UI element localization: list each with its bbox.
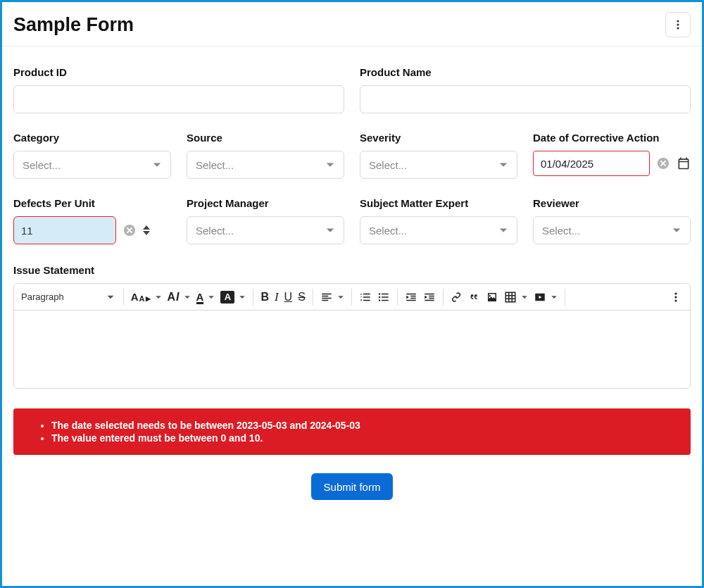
font-family-icon: AA▶: [131, 291, 151, 303]
bold-icon: B: [260, 291, 269, 304]
toolbar-separator: [253, 289, 253, 306]
step-down-button[interactable]: [143, 231, 150, 235]
font-family-button[interactable]: AA▶: [128, 287, 165, 308]
chevron-down-icon: [325, 160, 335, 170]
form-grid: Product ID Product Name Category Select.…: [2, 66, 702, 244]
step-up-button[interactable]: [143, 225, 150, 230]
product-id-field: Product ID: [13, 66, 344, 113]
italic-button[interactable]: I: [272, 287, 282, 308]
chevron-down-icon: [498, 225, 508, 235]
highlight-button[interactable]: A: [218, 287, 249, 308]
link-button[interactable]: [448, 287, 465, 308]
align-left-icon: [320, 291, 333, 304]
defects-input[interactable]: 11: [13, 216, 116, 244]
chevron-down-icon: [337, 294, 344, 301]
date-corrective-field: Date of Corrective Action 01/04/2025: [533, 132, 691, 179]
chevron-down-icon: [152, 160, 162, 170]
video-icon: [534, 291, 546, 304]
chevron-down-icon: [208, 294, 215, 301]
severity-label: Severity: [360, 132, 517, 144]
unordered-list-button[interactable]: [375, 287, 393, 308]
category-select[interactable]: Select...: [13, 151, 171, 179]
error-item: The value entered must be between 0 and …: [51, 432, 678, 444]
strike-icon: S: [298, 291, 306, 304]
issue-label: Issue Statement: [13, 264, 691, 276]
defects-wrap: 11: [13, 216, 171, 244]
form-title: Sample Form: [13, 14, 134, 36]
kebab-icon: [670, 292, 681, 303]
indent-icon: [423, 291, 436, 304]
date-corrective-input[interactable]: 01/04/2025: [533, 151, 650, 176]
table-button[interactable]: [501, 287, 531, 308]
pm-select[interactable]: Select...: [187, 216, 344, 244]
svg-point-5: [379, 293, 380, 294]
svg-point-6: [379, 296, 380, 297]
align-button[interactable]: [318, 287, 347, 308]
submit-row: Submit form: [2, 473, 702, 500]
font-size-button[interactable]: AI: [165, 287, 194, 308]
submit-button[interactable]: Submit form: [311, 473, 394, 500]
underline-button[interactable]: U: [282, 287, 296, 308]
source-label: Source: [187, 132, 344, 144]
strike-button[interactable]: S: [295, 287, 308, 308]
calendar-icon[interactable]: [677, 156, 691, 170]
reviewer-label: Reviewer: [533, 197, 691, 209]
pm-field: Project Manager Select...: [187, 197, 344, 244]
svg-point-7: [379, 299, 380, 301]
image-button[interactable]: [483, 287, 501, 308]
severity-placeholder: Select...: [369, 159, 407, 171]
toolbar-separator: [123, 289, 124, 306]
chevron-down-icon: [672, 225, 681, 235]
indent-button[interactable]: [420, 287, 439, 308]
chevron-down-icon: [325, 225, 335, 235]
media-button[interactable]: [531, 287, 560, 308]
error-banner: The date selected needs to be between 20…: [13, 408, 691, 455]
clear-defects-icon[interactable]: [123, 224, 136, 237]
reviewer-placeholder: Select...: [542, 225, 580, 237]
reviewer-select[interactable]: Select...: [533, 216, 691, 244]
ordered-list-button[interactable]: [356, 287, 375, 308]
table-icon: [504, 291, 517, 304]
quote-button[interactable]: [465, 287, 483, 308]
text-color-button[interactable]: A: [194, 287, 218, 308]
category-label: Category: [13, 132, 171, 144]
block-type-select[interactable]: Paragraph: [20, 287, 119, 308]
link-icon: [451, 292, 462, 303]
severity-field: Severity Select...: [360, 132, 517, 179]
source-select[interactable]: Select...: [187, 151, 344, 179]
italic-icon: I: [275, 290, 279, 304]
toolbar-more-button[interactable]: [667, 287, 684, 308]
product-name-field: Product Name: [360, 66, 691, 113]
chevron-down-icon: [184, 294, 191, 301]
product-name-label: Product Name: [360, 66, 691, 78]
product-id-input[interactable]: [13, 85, 344, 113]
issue-statement-section: Issue Statement Paragraph AA▶ AI A: [2, 264, 702, 389]
ordered-list-icon: [359, 291, 372, 304]
source-field: Source Select...: [187, 132, 344, 179]
rte-content[interactable]: [14, 311, 690, 388]
outdent-icon: [405, 291, 417, 304]
chevron-down-icon: [551, 294, 558, 301]
rte-toolbar: Paragraph AA▶ AI A A: [14, 284, 690, 311]
defects-label: Defects Per Unit: [13, 197, 171, 209]
sme-select[interactable]: Select...: [360, 216, 517, 244]
reviewer-field: Reviewer Select...: [533, 197, 691, 244]
chevron-down-icon: [106, 293, 115, 301]
clear-date-icon[interactable]: [657, 157, 670, 170]
defects-field: Defects Per Unit 11: [13, 197, 171, 244]
chevron-down-icon: [239, 294, 246, 301]
defects-stepper: [143, 225, 150, 235]
outdent-button[interactable]: [402, 287, 420, 308]
bold-button[interactable]: B: [258, 287, 272, 308]
more-options-button[interactable]: [665, 12, 691, 37]
product-name-input[interactable]: [360, 85, 691, 113]
category-placeholder: Select...: [23, 159, 61, 171]
severity-select[interactable]: Select...: [360, 151, 517, 179]
quote-icon: [467, 291, 480, 304]
pm-label: Project Manager: [187, 197, 344, 209]
sme-label: Subject Matter Expert: [360, 197, 517, 209]
date-corrective-wrap: 01/04/2025: [533, 151, 691, 176]
underline-icon: U: [284, 291, 293, 304]
svg-point-9: [674, 296, 677, 298]
toolbar-separator: [351, 289, 352, 306]
